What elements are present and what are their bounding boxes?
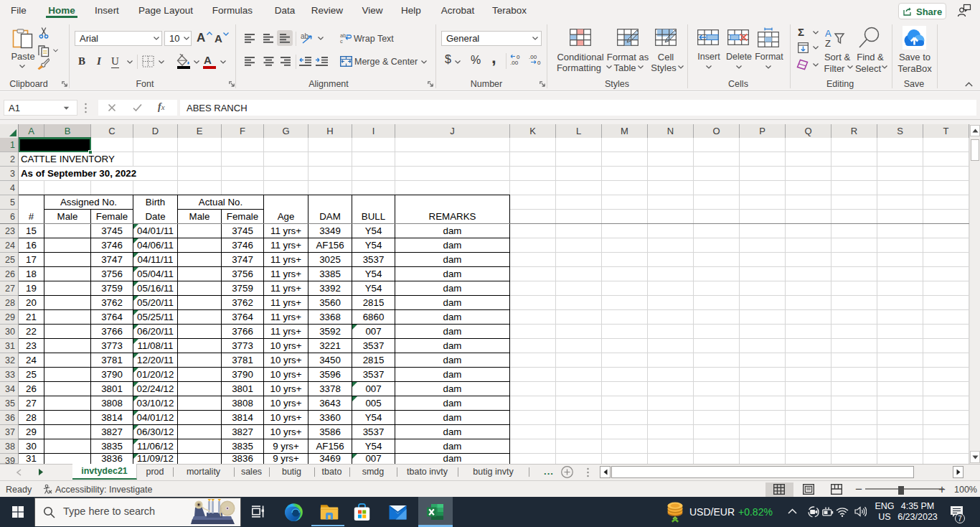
svg-text:0: 0 — [537, 60, 541, 65]
svg-text:.00: .00 — [529, 54, 537, 60]
svg-text:c: c — [340, 38, 343, 44]
svg-text:.00: .00 — [510, 60, 519, 65]
svg-text:Z: Z — [825, 38, 831, 48]
svg-text:A: A — [825, 28, 831, 39]
